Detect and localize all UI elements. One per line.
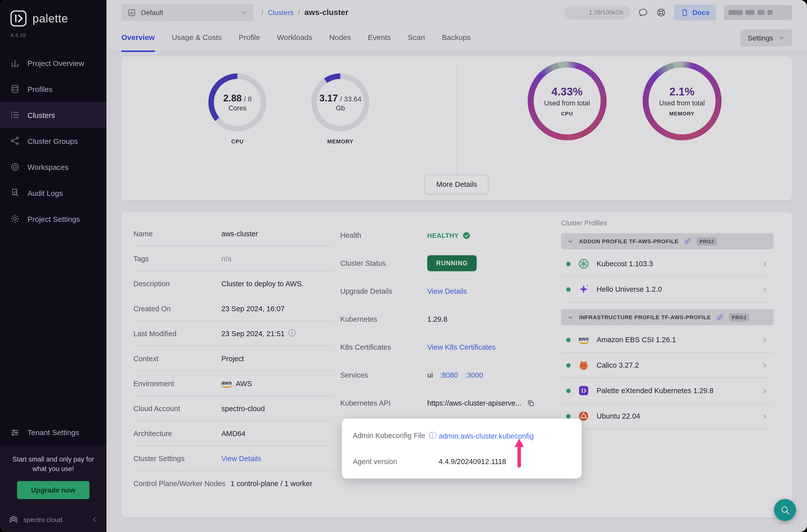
- profile-item-hello-universe[interactable]: Hello Universe 1.2.0: [561, 277, 773, 302]
- list-icon: [10, 110, 20, 120]
- detail-row-context: Context Project: [133, 346, 334, 371]
- tab-usage-costs[interactable]: Usage & Costs: [172, 24, 222, 52]
- sidebar-item-profiles[interactable]: Profiles: [0, 76, 107, 102]
- target-icon: [10, 162, 20, 172]
- project-selector[interactable]: Default: [121, 4, 254, 21]
- upgrade-promo: Start small and only pay for what you us…: [0, 445, 107, 507]
- proj-badge: PROJ: [729, 313, 749, 321]
- docs-label: Docs: [693, 8, 710, 17]
- sidebar-nav: Project Overview Profiles Clusters Clust…: [0, 50, 107, 232]
- tab-bar: Overview Usage & Costs Profile Workloads…: [107, 25, 807, 52]
- copy-icon[interactable]: [526, 399, 535, 407]
- sidebar-item-tenant-settings[interactable]: Tenant Settings: [0, 420, 107, 445]
- collapse-sidebar-icon[interactable]: [91, 515, 98, 524]
- breadcrumb-clusters-link[interactable]: Clusters: [268, 8, 294, 17]
- detail-row-description: Description Cluster to deploy to AWS.: [133, 271, 334, 296]
- cpu-usage-gauge: 2.88 / 8 Cores CPU: [209, 73, 267, 200]
- chevron-down-icon: [567, 314, 574, 320]
- settings-button[interactable]: Settings: [741, 30, 792, 46]
- profile-item-kubecost[interactable]: Kubecost 1.103.3: [561, 251, 773, 277]
- sidebar-item-cluster-groups[interactable]: Cluster Groups: [0, 128, 107, 154]
- promo-text: Start small and only pay for what you us…: [8, 455, 98, 474]
- chevron-down-icon: [567, 238, 574, 245]
- aws-ebs-icon: aws: [577, 333, 590, 346]
- sidebar-item-workspaces[interactable]: Workspaces: [0, 154, 107, 180]
- tab-profile[interactable]: Profile: [239, 24, 260, 52]
- sliders-icon: [10, 428, 20, 438]
- profile-item-ubuntu[interactable]: Ubuntu 22.04: [561, 404, 773, 429]
- detail-row-admin-kubeconfig: Admin Kubeconfig Fileⓘ admin.aws-cluster…: [353, 423, 571, 449]
- status-dot: [566, 338, 571, 342]
- cluster-info-column: Name aws-cluster Tags n/a Description Cl…: [133, 221, 334, 496]
- project-scope-icon: [127, 8, 136, 17]
- profile-item-palette-extended-kubernetes[interactable]: Palette eXtended Kubernetes 1.29.8: [561, 378, 773, 404]
- upgrade-now-button[interactable]: Upgrade now: [17, 481, 89, 499]
- sidebar-item-label: Audit Logs: [27, 189, 63, 197]
- cluster-settings-view-details-link[interactable]: View Details: [221, 454, 261, 462]
- cpu-ring-label: CPU: [561, 110, 573, 116]
- info-icon[interactable]: ⓘ: [288, 329, 296, 338]
- tab-scan[interactable]: Scan: [408, 24, 425, 52]
- service-port-8080-link[interactable]: :8080: [440, 371, 458, 379]
- service-port-3000-link[interactable]: :3000: [465, 371, 483, 379]
- chevron-right-icon: [761, 412, 769, 420]
- upgrade-view-details-link[interactable]: View Details: [427, 287, 467, 295]
- sidebar-spacer: [0, 232, 107, 420]
- sidebar-item-label: Profiles: [27, 85, 53, 93]
- tab-events[interactable]: Events: [368, 24, 391, 52]
- more-details-button[interactable]: More Details: [425, 175, 489, 194]
- detail-row-cloud-account: Cloud Account spectro-cloud: [133, 396, 334, 421]
- detail-row-architecture: Architecture AMD64: [133, 421, 334, 446]
- memory-percent-ring: 2.1% Used from total MEMORY: [643, 61, 721, 140]
- topbar-right: 1.29/100kCh Docs: [564, 4, 792, 20]
- detail-row-nodes: Control Plane/Worker Nodes 1 control-pla…: [133, 471, 334, 496]
- addon-profile-header[interactable]: ADDON PROFILE TF-AWS-PROFILE PROJ: [561, 233, 773, 249]
- spectro-cloud-logo-icon: [8, 514, 19, 525]
- tab-backups[interactable]: Backups: [442, 24, 471, 52]
- memory-gauge-label: MEMORY: [327, 138, 354, 144]
- doc-search-icon: [10, 188, 20, 198]
- status-dot: [566, 262, 571, 266]
- memory-unit: Gb: [336, 104, 345, 112]
- link-icon[interactable]: [716, 314, 723, 321]
- sidebar-item-project-overview[interactable]: Project Overview: [0, 50, 107, 76]
- palette-logo-icon: [10, 10, 27, 27]
- profile-group-name: ADDON PROFILE TF-AWS-PROFILE: [579, 238, 679, 244]
- detail-row-name: Name aws-cluster: [133, 221, 334, 246]
- memory-ring-caption: Used from total: [659, 99, 705, 107]
- app-window: palette 4.4.19 Project Overview Profiles…: [0, 0, 807, 532]
- view-k8s-certificates-link[interactable]: View K8s Certificates: [427, 343, 495, 351]
- sidebar-item-audit-logs[interactable]: Audit Logs: [0, 180, 107, 206]
- infrastructure-profile-header[interactable]: INFRASTRUCTURE PROFILE TF-AWS-PROFILE PR…: [561, 309, 773, 325]
- breadcrumb: / Clusters / aws-cluster: [261, 8, 348, 17]
- tab-nodes[interactable]: Nodes: [329, 24, 351, 52]
- profile-item-calico[interactable]: Calico 3.27.2: [561, 353, 773, 378]
- memory-total-value: / 33.64: [340, 95, 361, 103]
- sidebar-item-label: Clusters: [27, 111, 55, 119]
- help-icon[interactable]: [656, 7, 666, 18]
- chevron-right-icon: [761, 361, 769, 369]
- search-fab[interactable]: [774, 499, 796, 521]
- chat-icon[interactable]: [638, 7, 648, 18]
- docs-button[interactable]: Docs: [674, 4, 716, 20]
- detail-row-kubernetes-api: Kubernetes API https://aws-cluster-apise…: [340, 389, 543, 417]
- tab-overview[interactable]: Overview: [121, 24, 155, 52]
- status-dot: [566, 363, 571, 367]
- cluster-profiles-title: Cluster Profiles: [561, 219, 773, 227]
- layers-icon: [10, 84, 20, 94]
- cluster-profiles-panel: Cluster Profiles ADDON PROFILE TF-AWS-PR…: [561, 219, 773, 429]
- memory-percent-value: 2.1%: [669, 86, 694, 98]
- profile-item-amazon-ebs-csi[interactable]: aws Amazon EBS CSI 1.26.1: [561, 327, 773, 353]
- footer-brand: spectro cloud: [23, 516, 62, 523]
- sidebar-item-label: Project Settings: [27, 214, 80, 223]
- info-icon[interactable]: ⓘ: [429, 431, 436, 440]
- tab-workloads[interactable]: Workloads: [277, 24, 312, 52]
- cpu-usage-donut: 2.88 / 8 Cores: [209, 73, 267, 131]
- link-icon[interactable]: [684, 238, 691, 245]
- cpu-used-value: 2.88: [223, 93, 242, 103]
- sidebar: palette 4.4.19 Project Overview Profiles…: [0, 0, 107, 532]
- sidebar-item-clusters[interactable]: Clusters: [0, 102, 107, 128]
- app-version: 4.4.19: [0, 32, 107, 38]
- sidebar-item-project-settings[interactable]: Project Settings: [0, 206, 107, 232]
- cpu-percent-ring: 4.33% Used from total CPU: [528, 61, 607, 140]
